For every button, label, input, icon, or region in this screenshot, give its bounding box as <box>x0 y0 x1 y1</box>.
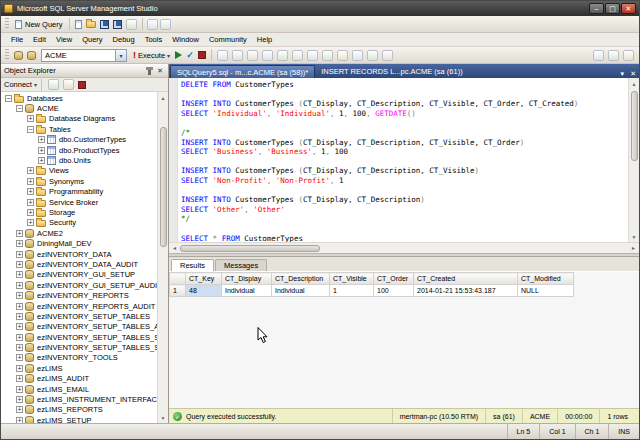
tree-item-ezlims-reports[interactable]: +ezLIMS_REPORTS <box>1 405 157 415</box>
parse-icon[interactable]: ✓ <box>186 50 194 60</box>
results-to-text-icon[interactable] <box>292 50 303 61</box>
tree-item-diningmall-dev[interactable]: +DiningMall_DEV <box>1 238 157 248</box>
row-number[interactable]: 1 <box>170 285 186 297</box>
uncomment-icon[interactable] <box>352 50 363 61</box>
tree-item-ezinventory-gui-setup-audit[interactable]: +ezINVENTORY_GUI_SETUP_AUDIT <box>1 280 157 290</box>
scroll-down-icon[interactable]: ▼ <box>158 412 169 423</box>
tree-item-synonyms[interactable]: +Synonyms <box>1 176 157 186</box>
collapse-icon[interactable]: − <box>16 105 23 112</box>
sql-editor[interactable]: DELETE FROM CustomerTypes INSERT INTO Cu… <box>169 78 639 242</box>
results-to-file-icon[interactable] <box>322 50 333 61</box>
column-header-ct-visible[interactable]: CT_Visible <box>330 273 374 285</box>
expand-icon[interactable]: + <box>38 147 45 154</box>
expand-icon[interactable]: + <box>16 261 23 268</box>
print-icon[interactable] <box>126 19 137 30</box>
tree-item-ezlims-instrument-interfaci[interactable]: +ezLIMS_INSTRUMENT_INTERFACI <box>1 394 157 404</box>
expand-icon[interactable]: + <box>38 157 45 164</box>
tab-results[interactable]: Results <box>171 259 214 271</box>
column-header-ct-description[interactable]: CT_Description <box>272 273 330 285</box>
cancel-query-icon[interactable] <box>198 51 206 59</box>
tree-item-acme2[interactable]: +ACME2 <box>1 228 157 238</box>
open-file-icon[interactable] <box>86 21 96 28</box>
menu-item-debug[interactable]: Debug <box>108 34 140 46</box>
cell-ct-key[interactable]: 48 <box>186 285 222 297</box>
redo-icon[interactable] <box>160 19 171 30</box>
scroll-left-icon[interactable]: ◄ <box>169 243 180 254</box>
tree-item-ezinventory-gui-setup[interactable]: +ezINVENTORY_GUI_SETUP <box>1 270 157 280</box>
estimated-plan-icon[interactable] <box>217 50 228 61</box>
results-to-grid-icon[interactable] <box>307 50 318 61</box>
sql-editor-code[interactable]: DELETE FROM CustomerTypes INSERT INTO Cu… <box>178 78 628 242</box>
pin-icon[interactable] <box>148 67 151 75</box>
tree-item-ezlims-email[interactable]: +ezLIMS_EMAIL <box>1 384 157 394</box>
scroll-right-icon[interactable]: ► <box>628 243 639 254</box>
expand-icon[interactable]: + <box>27 199 34 206</box>
tree-item-ezinventory-setup-tables-se[interactable]: +ezINVENTORY_SETUP_TABLES_SE <box>1 332 157 342</box>
tab-sqlquery5[interactable]: SQLQuery5.sql - m...c.ACME (sa (58))* <box>170 65 315 78</box>
maximize-button[interactable]: ▢ <box>605 3 620 14</box>
expand-icon[interactable]: + <box>27 188 34 195</box>
active-files-icon[interactable]: ▾ <box>618 70 628 78</box>
save-all-icon[interactable] <box>113 20 122 29</box>
expand-icon[interactable]: + <box>16 375 23 382</box>
toolbar-options-icon[interactable] <box>623 50 634 61</box>
query-options-icon[interactable] <box>232 50 243 61</box>
column-header-ct-created[interactable]: CT_Created <box>414 273 518 285</box>
properties-window-icon[interactable] <box>608 50 619 61</box>
menu-item-view[interactable]: View <box>51 34 77 46</box>
scroll-up-icon[interactable]: ▲ <box>158 92 169 103</box>
tree-item-security[interactable]: +Security <box>1 218 157 228</box>
menu-item-tools[interactable]: Tools <box>140 34 168 46</box>
template-parameters-icon[interactable] <box>593 50 604 61</box>
scrollbar-thumb[interactable] <box>160 127 167 247</box>
scroll-up-icon[interactable]: ▲ <box>629 78 640 89</box>
toolbar-grip[interactable] <box>5 18 9 30</box>
close-panel-icon[interactable]: ✕ <box>155 67 165 75</box>
scrollbar-thumb[interactable] <box>180 245 320 252</box>
filter-icon[interactable] <box>63 79 74 90</box>
connect-button[interactable]: Connect ▾ <box>4 80 37 89</box>
expand-icon[interactable]: + <box>16 323 23 330</box>
chevron-down-icon[interactable]: ▾ <box>115 50 126 61</box>
column-header-ct-order[interactable]: CT_Order <box>374 273 414 285</box>
new-file-icon[interactable] <box>75 20 82 29</box>
cell-ct-description[interactable]: Individual <box>272 285 330 297</box>
tree-item-storage[interactable]: +Storage <box>1 207 157 217</box>
tree-item-service-broker[interactable]: +Service Broker <box>1 197 157 207</box>
tree-item-ezinventory-reports-audit[interactable]: +ezINVENTORY_REPORTS_AUDIT <box>1 301 157 311</box>
menu-item-help[interactable]: Help <box>252 34 277 46</box>
tree-item-acme[interactable]: −ACME <box>1 103 157 113</box>
collapse-icon[interactable]: − <box>5 95 12 102</box>
expand-icon[interactable]: + <box>38 136 45 143</box>
toolbar-grip[interactable] <box>5 49 9 61</box>
debug-icon[interactable] <box>175 51 182 59</box>
tab-insert-records[interactable]: INSERT RECORDS L...pc.ACME (sa (61)) <box>315 65 468 78</box>
expand-icon[interactable]: + <box>16 303 23 310</box>
tree-item-database-diagrams[interactable]: +Database Diagrams <box>1 114 157 124</box>
stop-icon[interactable] <box>78 81 86 89</box>
tree-item-ezlims-audit[interactable]: +ezLIMS_AUDIT <box>1 374 157 384</box>
expand-icon[interactable]: + <box>16 396 23 403</box>
menu-item-query[interactable]: Query <box>77 34 107 46</box>
tree-item-ezinventory-setup-tables-au[interactable]: +ezINVENTORY_SETUP_TABLES_AU <box>1 322 157 332</box>
expand-icon[interactable]: + <box>16 344 23 351</box>
expand-icon[interactable]: + <box>16 271 23 278</box>
increase-indent-icon[interactable] <box>382 50 393 61</box>
tree-item-ezlims[interactable]: +ezLIMS <box>1 363 157 373</box>
editor-horizontal-scrollbar[interactable]: ◄ ► <box>169 242 639 253</box>
tree-item-dbo-units[interactable]: +dbo.Units <box>1 155 157 165</box>
cell-ct-created[interactable]: 2014-01-21 15:53:43.187 <box>414 285 518 297</box>
execute-button[interactable]: ! Execute ▾ <box>130 49 173 61</box>
tree-item-dbo-customertypes[interactable]: +dbo.CustomerTypes <box>1 135 157 145</box>
object-tree-scrollbar[interactable]: ▲ ▼ <box>157 92 168 423</box>
expand-icon[interactable]: + <box>16 334 23 341</box>
cell-ct-visible[interactable]: 1 <box>330 285 374 297</box>
expand-icon[interactable]: + <box>16 230 23 237</box>
tree-item-ezinventory-setup-tables-se[interactable]: +ezINVENTORY_SETUP_TABLES_SE <box>1 342 157 352</box>
menu-item-window[interactable]: Window <box>167 34 204 46</box>
expand-icon[interactable]: + <box>16 354 23 361</box>
tree-item-databases[interactable]: −Databases <box>1 93 157 103</box>
column-header-ct-key[interactable]: CT_Key <box>186 273 222 285</box>
editor-vertical-scrollbar[interactable]: ▲ ▼ <box>628 78 639 242</box>
tree-item-views[interactable]: +Views <box>1 166 157 176</box>
